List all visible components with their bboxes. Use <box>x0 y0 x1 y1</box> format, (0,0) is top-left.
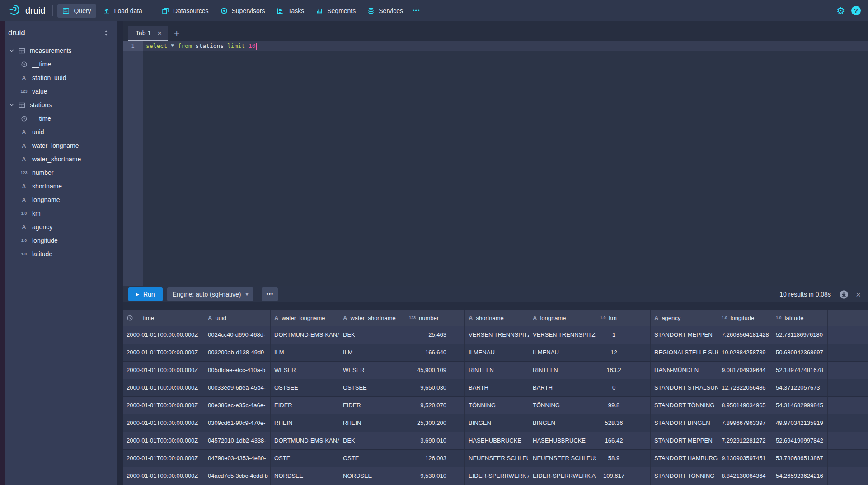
cell-water_longname[interactable]: OSTSEE <box>271 379 339 397</box>
cell-agency[interactable]: STANDORT BINGEN <box>651 414 718 432</box>
cell-shortname[interactable]: EIDER-SPERRWERK AP <box>465 467 529 485</box>
cell-number[interactable]: 45,900,109 <box>405 362 465 379</box>
cell-water_longname[interactable]: ILM <box>271 344 339 362</box>
sql-editor[interactable]: 1 select * from stations limit 10 <box>123 41 868 286</box>
cell-latitude[interactable]: 54.265923624216 <box>772 467 828 485</box>
nav-item-query[interactable]: Query <box>57 4 96 18</box>
cell-number[interactable]: 9,530,010 <box>405 467 465 485</box>
cell-uuid[interactable]: 00e386ac-e35c-4a6e- <box>204 397 271 414</box>
panel-splitter[interactable] <box>117 21 123 485</box>
nav-item-load-data[interactable]: Load data <box>98 4 147 18</box>
cell-longitude[interactable]: 12.72322056486 <box>718 379 772 397</box>
cell-agency[interactable]: STANDORT MEPPEN <box>651 432 718 450</box>
column-header-agency[interactable]: Aagency <box>651 310 718 326</box>
help-icon[interactable]: ? <box>851 6 861 15</box>
cell-longname[interactable]: EIDER-SPERRWERK AP <box>529 467 596 485</box>
cell-water_longname[interactable]: WESER <box>271 362 339 379</box>
cell-longname[interactable]: ILMENAU <box>529 344 596 362</box>
nav-item-segments[interactable]: Segments <box>311 4 361 18</box>
close-results-icon[interactable]: × <box>856 290 861 299</box>
column-header-uuid[interactable]: Auuid <box>204 310 271 326</box>
tree-item-number[interactable]: 123number <box>5 166 117 179</box>
nav-item-tasks[interactable]: Tasks <box>272 4 309 18</box>
cell-longname[interactable]: HASEHUBBRÜCKE <box>529 432 596 450</box>
cell-shortname[interactable]: BARTH <box>465 379 529 397</box>
cell-km[interactable]: 166.42 <box>596 432 651 450</box>
cell-agency[interactable]: STANDORT STRALSUND <box>651 379 718 397</box>
cell-longitude[interactable]: 10.92884258739 <box>718 344 772 362</box>
cell-number[interactable]: 3,690,010 <box>405 432 465 450</box>
cell-km[interactable]: 109.617 <box>596 467 651 485</box>
cell-longname[interactable]: BARTH <box>529 379 596 397</box>
tree-item-value[interactable]: 123value <box>5 85 117 98</box>
cell-water_shortname[interactable]: ILM <box>339 344 405 362</box>
settings-gear-icon[interactable]: ⚙ <box>836 6 845 15</box>
cell-shortname[interactable]: BINGEN <box>465 414 529 432</box>
cell-number[interactable]: 166,640 <box>405 344 465 362</box>
cell-shortname[interactable]: ILMENAU <box>465 344 529 362</box>
tree-item-longitude[interactable]: 1.0longitude <box>5 234 117 247</box>
cell-water_longname[interactable]: DORTMUND-EMS-KANAL <box>271 326 339 344</box>
cell-km[interactable]: 12 <box>596 344 651 362</box>
cell-__time[interactable]: 2000-01-01T00:00:00.000Z <box>123 432 204 450</box>
nav-item-datasources[interactable]: Datasources <box>157 4 214 18</box>
cell-water_shortname[interactable]: WESER <box>339 362 405 379</box>
cell-longname[interactable]: VERSEN TRENNSPITZE <box>529 326 596 344</box>
cell-shortname[interactable]: VERSEN TRENNSPITZE <box>465 326 529 344</box>
tree-item-__time[interactable]: __time <box>5 57 117 71</box>
cell-__time[interactable]: 2000-01-01T00:00:00.000Z <box>123 467 204 485</box>
tree-item-water_longname[interactable]: Awater_longname <box>5 139 117 152</box>
cell-shortname[interactable]: HASEHUBBRÜCKE <box>465 432 529 450</box>
cell-water_shortname[interactable]: OSTSEE <box>339 379 405 397</box>
cell-uuid[interactable]: 00c33ed9-6bea-45b4- <box>204 379 271 397</box>
cell-number[interactable]: 126,003 <box>405 450 465 467</box>
cell-water_shortname[interactable]: DEK <box>339 432 405 450</box>
nav-item-supervisors[interactable]: Supervisors <box>216 4 270 18</box>
column-header-water_longname[interactable]: Awater_longname <box>271 310 339 326</box>
tree-item-agency[interactable]: Aagency <box>5 220 117 234</box>
cell-km[interactable]: 99.8 <box>596 397 651 414</box>
cell-latitude[interactable]: 52.694190997842 <box>772 432 828 450</box>
column-header-km[interactable]: 1.0km <box>596 310 651 326</box>
column-header-__time[interactable]: __time <box>123 310 204 326</box>
cell-longitude[interactable]: 8.842130064364 <box>718 467 772 485</box>
engine-select[interactable]: Engine: auto (sql-native) ▾ <box>167 287 254 301</box>
cell-agency[interactable]: STANDORT TÖNNING <box>651 397 718 414</box>
druid-logo[interactable]: druid <box>6 4 48 18</box>
tree-item-latitude[interactable]: 1.0latitude <box>5 247 117 261</box>
cell-number[interactable]: 25,463 <box>405 326 465 344</box>
cell-water_shortname[interactable]: NORDSEE <box>339 467 405 485</box>
cell-uuid[interactable]: 04572010-1db2-4338- <box>204 432 271 450</box>
cell-latitude[interactable]: 50.680942368697 <box>772 344 828 362</box>
cell-longitude[interactable]: 9.130903597451 <box>718 450 772 467</box>
cell-longitude[interactable]: 7.2608564181428 <box>718 326 772 344</box>
tree-item-water_shortname[interactable]: Awater_shortname <box>5 152 117 166</box>
cell-shortname[interactable]: TÖNNING <box>465 397 529 414</box>
column-header-water_shortname[interactable]: Awater_shortname <box>339 310 405 326</box>
tree-item-__time[interactable]: __time <box>5 112 117 125</box>
cell-latitude[interactable]: 49.970342135919 <box>772 414 828 432</box>
tree-item-longname[interactable]: Alongname <box>5 193 117 207</box>
cell-shortname[interactable]: RINTELN <box>465 362 529 379</box>
cell-water_longname[interactable]: OSTE <box>271 450 339 467</box>
cell-uuid[interactable]: 04acd7e5-3cbc-4cdd-b <box>204 467 271 485</box>
cell-latitude[interactable]: 53.780686513867 <box>772 450 828 467</box>
cell-longitude[interactable]: 7.292912281272 <box>718 432 772 450</box>
cell-longitude[interactable]: 7.899667963397 <box>718 414 772 432</box>
cell-uuid[interactable]: 003200ab-d138-49d9- <box>204 344 271 362</box>
cell-latitude[interactable]: 52.189747481678 <box>772 362 828 379</box>
cell-agency[interactable]: STANDORT MEPPEN <box>651 326 718 344</box>
tree-item-station_uuid[interactable]: Astation_uuid <box>5 71 117 85</box>
cell-__time[interactable]: 2000-01-01T00:00:00.000Z <box>123 379 204 397</box>
column-header-longitude[interactable]: 1.0longitude <box>718 310 772 326</box>
cell-__time[interactable]: 2000-01-01T00:00:00.000Z <box>123 326 204 344</box>
sort-icon[interactable] <box>103 30 109 36</box>
query-more-button[interactable]: ••• <box>262 287 278 301</box>
column-header-number[interactable]: 123number <box>405 310 465 326</box>
tree-item-measurements[interactable]: measurements <box>5 44 117 57</box>
cell-water_shortname[interactable]: OSTE <box>339 450 405 467</box>
cell-latitude[interactable]: 54.37122057673 <box>772 379 828 397</box>
cell-__time[interactable]: 2000-01-01T00:00:00.000Z <box>123 397 204 414</box>
tree-item-uuid[interactable]: Auuid <box>5 125 117 139</box>
column-header-latitude[interactable]: 1.0latitude <box>772 310 828 326</box>
